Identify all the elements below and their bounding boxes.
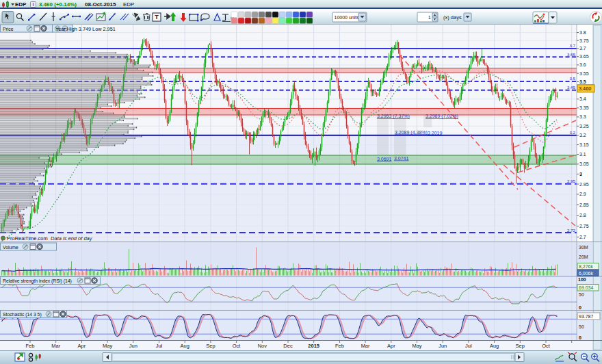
svg-text:30M: 30M [579, 245, 588, 250]
svg-text:6,006k: 6,006k [579, 271, 594, 276]
svg-text:Feb: Feb [335, 343, 344, 349]
svg-text:2015: 2015 [308, 343, 319, 349]
svg-text:Aug: Aug [490, 343, 499, 349]
svg-text:3.460: 3.460 [579, 86, 591, 92]
svg-text:3.45: 3.45 [567, 85, 576, 90]
svg-text:1: 1 [428, 14, 431, 21]
svg-text:3.65: 3.65 [567, 52, 576, 57]
svg-text:3.6: 3.6 [579, 62, 586, 67]
svg-text:Aug: Aug [181, 343, 189, 349]
svg-text:Apr: Apr [387, 343, 395, 349]
svg-text:Jul: Jul [156, 343, 163, 349]
svg-text:3.2989 (7.02%): 3.2989 (7.02%) [426, 114, 458, 119]
svg-text:Oct: Oct [542, 343, 551, 349]
svg-text:Oct: Oct [233, 343, 241, 349]
svg-text:3.2: 3.2 [569, 130, 575, 135]
svg-text:2.85: 2.85 [579, 203, 589, 207]
svg-text:(x) days: (x) days [443, 14, 462, 21]
svg-text:3.2: 3.2 [579, 133, 586, 138]
svg-text:3.8: 3.8 [579, 30, 586, 35]
svg-text:2.72: 2.72 [567, 228, 576, 233]
svg-text:2.95: 2.95 [579, 182, 589, 187]
svg-text:3.0741: 3.0741 [394, 156, 409, 161]
svg-text:Volume: Volume [3, 245, 18, 250]
svg-text:T: T [155, 14, 159, 21]
svg-text:3: 3 [579, 172, 582, 177]
svg-text:Jun: Jun [129, 343, 138, 349]
svg-text:Sep: Sep [206, 343, 215, 349]
svg-text:Price: Price [3, 27, 14, 31]
svg-text:3.7: 3.7 [569, 43, 575, 48]
svg-text:3.2953 (7.37%): 3.2953 (7.37%) [377, 114, 410, 119]
svg-text:3.25: 3.25 [579, 124, 589, 129]
svg-text:3.0691: 3.0691 [377, 157, 392, 161]
svg-text:3.5: 3.5 [579, 79, 586, 84]
svg-text:69.034: 69.034 [579, 285, 594, 290]
svg-text:Nov: Nov [258, 343, 267, 349]
svg-text:93.787: 93.787 [579, 314, 594, 319]
svg-text:0: 0 [579, 335, 581, 340]
svg-text:3.65: 3.65 [579, 54, 589, 59]
svg-text:3.3: 3.3 [579, 114, 586, 119]
svg-text:May: May [103, 343, 112, 349]
svg-text:Year:High 3.749 Low 2.951: Year:High 3.749 Low 2.951 [55, 26, 116, 32]
svg-text:8,276k: 8,276k [579, 264, 594, 269]
svg-text:Sep: Sep [516, 343, 525, 349]
svg-text:3.2019: 3.2019 [428, 131, 443, 135]
svg-text:Mar: Mar [361, 343, 370, 349]
svg-text:Mar: Mar [51, 343, 60, 349]
svg-text:3.35: 3.35 [579, 105, 589, 110]
svg-text:3.15: 3.15 [579, 142, 589, 147]
svg-text:3.05: 3.05 [579, 161, 589, 166]
svg-text:Data is end of day: Data is end of day [49, 235, 93, 242]
svg-text:100: 100 [578, 277, 586, 282]
svg-text:2.7: 2.7 [579, 235, 586, 239]
svg-text:0: 0 [579, 305, 581, 310]
svg-text:50: 50 [579, 292, 584, 297]
svg-text:Jul: Jul [465, 343, 472, 349]
svg-text:3.2089 (4.38%): 3.2089 (4.38%) [395, 130, 428, 135]
svg-text:Relative strength index (RSI): Relative strength index (RSI) (14) [3, 278, 72, 284]
svg-text:2.8: 2.8 [579, 213, 586, 218]
svg-text:20M: 20M [579, 255, 588, 259]
svg-text:i: i [33, 2, 34, 7]
svg-text:3.5: 3.5 [569, 76, 575, 81]
svg-text:Feb: Feb [26, 343, 35, 349]
svg-text:3.75: 3.75 [579, 38, 589, 43]
svg-text:Apr: Apr [78, 343, 86, 349]
svg-text:Stochastic (14 3 5): Stochastic (14 3 5) [3, 312, 42, 317]
svg-text:3.1: 3.1 [579, 152, 586, 157]
svg-text:2.95: 2.95 [567, 179, 576, 183]
svg-text:Jun: Jun [439, 343, 447, 349]
svg-text:3.55: 3.55 [579, 71, 589, 76]
svg-text:Dec: Dec [283, 343, 293, 349]
svg-text:3.4: 3.4 [579, 96, 586, 101]
svg-text:50: 50 [579, 324, 584, 329]
svg-text:ProRealTime.com: ProRealTime.com [7, 235, 48, 242]
svg-text:10000 units: 10000 units [335, 15, 360, 20]
svg-text:May: May [412, 343, 421, 349]
svg-text:2.9: 2.9 [579, 192, 586, 196]
svg-text:2.75: 2.75 [579, 224, 589, 229]
svg-text:3.7: 3.7 [579, 46, 586, 51]
